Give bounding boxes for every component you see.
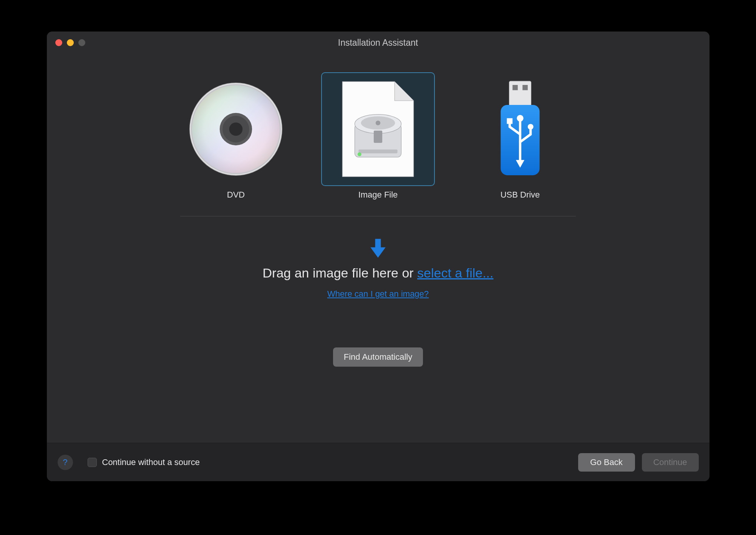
minimize-button[interactable] xyxy=(67,39,74,46)
svg-rect-10 xyxy=(374,131,382,143)
window-title: Installation Assistant xyxy=(47,38,710,48)
checkbox-label: Continue without a source xyxy=(102,457,200,467)
svg-rect-11 xyxy=(358,150,397,153)
source-options: DVD xyxy=(179,72,577,200)
svg-point-9 xyxy=(376,121,380,125)
footer: ? Continue without a source Go Back Cont… xyxy=(47,443,710,481)
usb-drive-icon xyxy=(494,79,546,179)
option-image-file-label: Image File xyxy=(358,190,398,200)
option-usb-drive[interactable]: USB Drive xyxy=(463,72,577,200)
dvd-icon-box xyxy=(179,72,293,186)
continue-button: Continue xyxy=(642,453,699,472)
svg-point-18 xyxy=(517,115,523,121)
image-file-icon-box xyxy=(321,72,435,186)
drop-text: Drag an image file here or select a file… xyxy=(263,266,494,281)
svg-rect-15 xyxy=(522,85,528,90)
svg-point-20 xyxy=(528,124,534,130)
checkbox-box xyxy=(88,458,97,467)
option-usb-drive-label: USB Drive xyxy=(501,190,540,200)
drop-arrow-icon xyxy=(368,238,388,259)
titlebar: Installation Assistant xyxy=(47,32,710,54)
svg-point-5 xyxy=(229,123,243,136)
where-get-image-link[interactable]: Where can I get an image? xyxy=(327,289,429,299)
svg-rect-13 xyxy=(509,81,531,106)
option-image-file[interactable]: Image File xyxy=(321,72,435,200)
select-file-link[interactable]: select a file... xyxy=(417,266,493,280)
close-button[interactable] xyxy=(55,39,62,46)
image-file-icon xyxy=(338,79,418,179)
svg-rect-14 xyxy=(512,85,518,90)
maximize-button xyxy=(78,39,85,46)
svg-point-12 xyxy=(358,153,361,156)
drop-area[interactable]: Drag an image file here or select a file… xyxy=(263,238,494,299)
drop-text-prefix: Drag an image file here or xyxy=(263,266,418,280)
usb-drive-icon-box xyxy=(463,72,577,186)
go-back-button[interactable]: Go Back xyxy=(578,453,635,472)
divider xyxy=(180,216,576,216)
option-dvd[interactable]: DVD xyxy=(179,72,293,200)
help-icon: ? xyxy=(63,457,67,467)
dvd-icon xyxy=(188,81,284,177)
find-automatically-button[interactable]: Find Automatically xyxy=(333,347,423,367)
traffic-lights xyxy=(47,39,85,46)
svg-rect-19 xyxy=(507,118,512,124)
window-body: DVD xyxy=(47,54,710,443)
option-dvd-label: DVD xyxy=(227,190,245,200)
installation-assistant-window: Installation Assistant xyxy=(47,32,710,481)
help-button[interactable]: ? xyxy=(58,455,73,470)
continue-without-source-checkbox[interactable]: Continue without a source xyxy=(88,457,200,467)
